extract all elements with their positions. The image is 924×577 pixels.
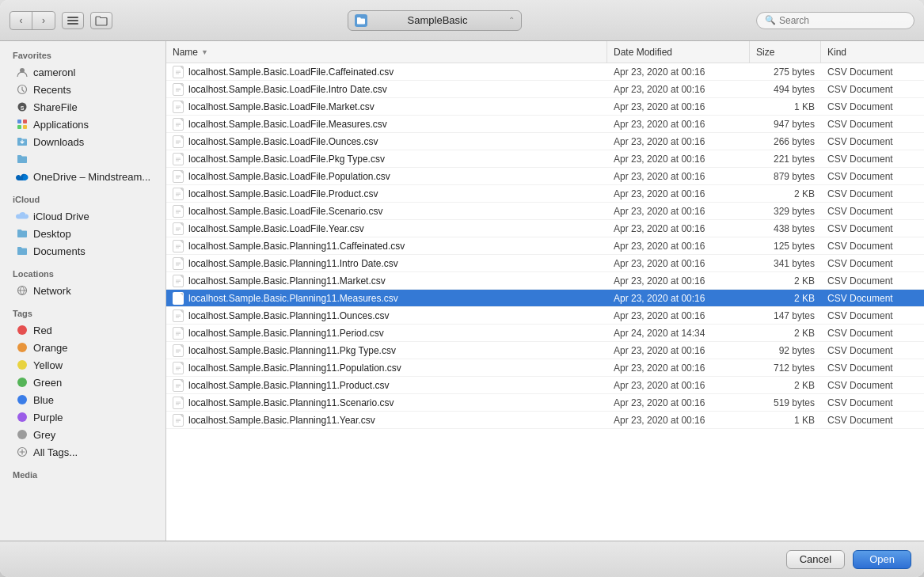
column-header-modified[interactable]: Date Modified [607, 41, 750, 63]
sidebar-item-icloud-drive[interactable]: iCloud Drive [3, 207, 162, 225]
svg-rect-8 [23, 120, 27, 123]
bottom-bar: Cancel Open [0, 541, 924, 577]
table-row[interactable]: localhost.Sample.Basic.LoadFile.Populati… [166, 168, 924, 185]
table-row[interactable]: localhost.Sample.Basic.Planning11.Ounces… [166, 307, 924, 325]
orange-tag-icon [16, 341, 29, 354]
file-name-cell: localhost.Sample.Basic.Planning11.Ounces… [166, 309, 607, 322]
sidebar-item-downloads[interactable]: Downloads [3, 133, 162, 150]
sidebar-item-yellow[interactable]: Yellow [3, 356, 162, 374]
back-button[interactable]: ‹ [10, 12, 32, 29]
csv-file-icon [173, 153, 184, 165]
file-kind-cell: CSV Document [821, 310, 924, 321]
file-modified-cell: Apr 23, 2020 at 00:16 [607, 101, 750, 112]
sidebar-item-onedrive[interactable]: OneDrive – Mindstream... [3, 168, 162, 185]
file-size-cell: 1 KB [750, 101, 821, 112]
column-header-name[interactable]: Name ▼ [166, 41, 607, 63]
file-kind-cell: CSV Document [821, 293, 924, 304]
table-row[interactable]: localhost.Sample.Basic.LoadFile.Intro Da… [166, 81, 924, 98]
sidebar-item-applications[interactable]: Applications [3, 116, 162, 133]
table-row[interactable]: localhost.Sample.Basic.Planning11.Period… [166, 325, 924, 342]
column-header-size[interactable]: Size [750, 41, 821, 63]
new-folder-button[interactable] [90, 12, 112, 29]
file-size-cell: 2 KB [750, 328, 821, 339]
purple-tag-icon [16, 411, 29, 423]
svg-rect-10 [23, 125, 27, 129]
table-row[interactable]: localhost.Sample.Basic.LoadFile.Product.… [166, 185, 924, 203]
table-row[interactable]: localhost.Sample.Basic.Planning11.Market… [166, 272, 924, 290]
file-modified-cell: Apr 23, 2020 at 00:16 [607, 258, 750, 269]
sidebar-item-network[interactable]: Network [3, 282, 162, 299]
file-kind-cell: CSV Document [821, 66, 924, 78]
file-modified-cell: Apr 23, 2020 at 00:16 [607, 415, 750, 426]
sidebar-item-green[interactable]: Green [3, 374, 162, 391]
sidebar-item-grey[interactable]: Grey [3, 426, 162, 443]
file-kind-cell: CSV Document [821, 415, 924, 426]
file-name: localhost.Sample.Basic.Planning11.Measur… [188, 293, 398, 304]
location-chevron-icon: ⌃ [508, 16, 515, 25]
green-tag-icon [16, 376, 29, 389]
file-modified-cell: Apr 23, 2020 at 00:16 [607, 66, 750, 78]
sidebar-item-cameronl-label: cameronl [33, 66, 75, 78]
table-row[interactable]: localhost.Sample.Basic.LoadFile.Year.csv… [166, 220, 924, 237]
sidebar-item-yellow-label: Yellow [33, 359, 63, 371]
view-options-button[interactable] [62, 12, 84, 29]
file-name: localhost.Sample.Basic.Planning11.Market… [188, 275, 386, 287]
svg-rect-7 [17, 120, 21, 123]
sidebar-item-documents[interactable]: Documents [3, 242, 162, 260]
forward-button[interactable]: › [32, 12, 55, 29]
file-name-cell: localhost.Sample.Basic.Planning11.Period… [166, 327, 607, 340]
sidebar-item-cameronl[interactable]: cameronl [3, 63, 162, 81]
csv-file-icon [173, 170, 184, 183]
table-row[interactable]: localhost.Sample.Basic.Planning11.Caffei… [166, 237, 924, 255]
sidebar-item-desktop[interactable]: Desktop [3, 225, 162, 242]
file-size-cell: 2 KB [750, 275, 821, 287]
file-modified-cell: Apr 23, 2020 at 00:16 [607, 293, 750, 304]
table-row[interactable]: localhost.Sample.Basic.LoadFile.Scenario… [166, 203, 924, 220]
file-size-cell: 92 bytes [750, 345, 821, 356]
search-bar[interactable]: 🔍 [756, 12, 914, 29]
file-kind-cell: CSV Document [821, 363, 924, 374]
file-name-cell: localhost.Sample.Basic.LoadFile.Intro Da… [166, 83, 607, 96]
table-row[interactable]: localhost.Sample.Basic.LoadFile.Caffeina… [166, 63, 924, 81]
file-kind-cell: CSV Document [821, 328, 924, 339]
table-row[interactable]: localhost.Sample.Basic.Planning11.Year.c… [166, 412, 924, 429]
table-row[interactable]: localhost.Sample.Basic.Planning11.Pkg Ty… [166, 342, 924, 359]
sidebar-item-all-tags[interactable]: All Tags... [3, 443, 162, 461]
table-row[interactable]: localhost.Sample.Basic.Planning11.Produc… [166, 377, 924, 394]
sidebar-item-recents-label: Recents [33, 84, 71, 96]
file-name-cell: localhost.Sample.Basic.LoadFile.Populati… [166, 170, 607, 183]
sidebar-item-orange[interactable]: Orange [3, 339, 162, 356]
table-row[interactable]: localhost.Sample.Basic.LoadFile.Measures… [166, 116, 924, 133]
table-row[interactable]: localhost.Sample.Basic.Planning11.Measur… [166, 290, 924, 307]
table-row[interactable]: localhost.Sample.Basic.LoadFile.Pkg Type… [166, 150, 924, 168]
open-button[interactable]: Open [853, 550, 911, 569]
table-row[interactable]: localhost.Sample.Basic.LoadFile.Market.c… [166, 98, 924, 116]
file-kind-cell: CSV Document [821, 380, 924, 391]
sidebar-item-recents[interactable]: Recents [3, 81, 162, 98]
sidebar-item-sharefile[interactable]: S ShareFile [3, 98, 162, 116]
all-tags-icon [16, 446, 29, 458]
tags-header: Tags [0, 299, 165, 321]
cancel-button[interactable]: Cancel [786, 550, 845, 569]
search-input[interactable] [779, 15, 898, 26]
file-modified-cell: Apr 23, 2020 at 00:16 [607, 380, 750, 391]
file-size-cell: 266 bytes [750, 136, 821, 147]
file-size-cell: 329 bytes [750, 206, 821, 217]
sidebar-item-purple[interactable]: Purple [3, 408, 162, 426]
table-row[interactable]: localhost.Sample.Basic.LoadFile.Ounces.c… [166, 133, 924, 150]
location-bar[interactable]: SampleBasic ⌃ [348, 10, 522, 31]
table-row[interactable]: localhost.Sample.Basic.Planning11.Popula… [166, 359, 924, 377]
sidebar-item-folder1[interactable] [3, 150, 162, 168]
sidebar-item-applications-label: Applications [33, 119, 89, 131]
file-size-cell: 147 bytes [750, 310, 821, 321]
file-modified-cell: Apr 23, 2020 at 00:16 [607, 397, 750, 408]
sidebar-item-blue[interactable]: Blue [3, 391, 162, 408]
table-row[interactable]: localhost.Sample.Basic.Planning11.Intro … [166, 255, 924, 272]
column-header-kind[interactable]: Kind [821, 41, 924, 63]
sidebar-item-orange-label: Orange [33, 342, 67, 354]
svg-rect-1 [67, 20, 78, 21]
sidebar-item-red[interactable]: Red [3, 321, 162, 339]
file-size-cell: 438 bytes [750, 223, 821, 234]
file-list-header: Name ▼ Date Modified Size Kind [166, 41, 924, 63]
table-row[interactable]: localhost.Sample.Basic.Planning11.Scenar… [166, 394, 924, 412]
